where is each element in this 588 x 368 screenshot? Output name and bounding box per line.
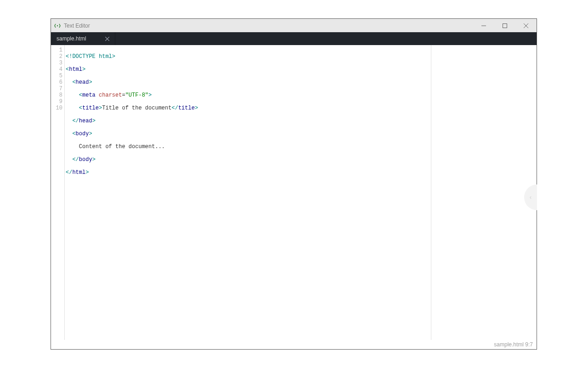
code-token: body [79, 156, 92, 163]
code-token: <!DOCTYPE html> [66, 53, 115, 60]
status-bar: sample.html 9:7 [51, 340, 537, 349]
line-number: 5 [51, 73, 64, 79]
tab-label: sample.html [57, 35, 100, 42]
close-button[interactable] [515, 19, 537, 32]
code-token: </ [72, 118, 79, 124]
code-token [66, 131, 72, 137]
code-token: < [79, 105, 82, 111]
code-token: body [76, 131, 89, 137]
svg-point-0 [57, 25, 58, 26]
code-token: > [92, 118, 96, 124]
tab-sample-html[interactable]: sample.html [51, 32, 115, 45]
code-token: html [69, 66, 82, 73]
code-token: > [92, 156, 96, 163]
code-token [66, 156, 72, 163]
maximize-button[interactable] [494, 19, 515, 32]
code-token: > [148, 92, 152, 98]
line-number: 3 [51, 60, 64, 66]
code-token: title [178, 105, 195, 111]
code-token [66, 79, 72, 86]
line-number: 1 [51, 47, 64, 53]
code-token: > [82, 66, 85, 73]
app-icon [54, 22, 61, 29]
code-token: < [72, 131, 75, 137]
code-token [66, 105, 79, 111]
code-token: > [89, 79, 92, 86]
titlebar[interactable]: Text Editor [51, 19, 537, 32]
minimize-button[interactable] [473, 19, 494, 32]
code-token [96, 92, 99, 98]
editor-area: 1 2 3 4 5 6 7 8 9 10 <!DOCTYPE html> <ht… [51, 45, 537, 340]
status-filename[interactable]: sample.html [494, 341, 524, 348]
code-token: < [72, 79, 75, 86]
code-token: html [72, 169, 85, 176]
chevron-left-icon: ‹ [530, 194, 531, 201]
code-token: </ [72, 156, 79, 163]
code-token: head [76, 79, 89, 86]
code-token: > [85, 169, 89, 176]
code-token [66, 92, 79, 98]
app-title: Text Editor [64, 23, 90, 29]
line-number: 8 [51, 92, 64, 98]
code-token: < [79, 92, 82, 98]
code-token [66, 144, 79, 150]
code-token: "UTF-8" [125, 92, 148, 98]
line-number: 10 [51, 105, 64, 111]
code-token: </ [66, 169, 72, 176]
window-controls [473, 19, 537, 32]
code-token: </ [171, 105, 178, 111]
line-gutter: 1 2 3 4 5 6 7 8 9 10 [51, 45, 65, 340]
status-cursor-position[interactable]: 9:7 [525, 341, 533, 348]
code-token: > [195, 105, 198, 111]
line-number: 6 [51, 79, 64, 86]
code-token: charset [99, 92, 122, 98]
code-editor[interactable]: <!DOCTYPE html> <html> <head> <meta char… [65, 45, 431, 340]
line-number: 4 [51, 66, 64, 73]
code-token: Title of the document [102, 105, 171, 111]
code-token: title [82, 105, 99, 111]
code-token: meta [82, 92, 96, 98]
line-number: 7 [51, 86, 64, 92]
code-token [66, 118, 72, 124]
code-token: = [122, 92, 125, 98]
svg-rect-2 [503, 23, 507, 28]
line-number: 2 [51, 53, 64, 60]
code-token: head [79, 118, 92, 124]
editor-window: Text Editor sample.html 1 2 3 4 5 [51, 18, 537, 350]
code-token: Content of the document... [79, 144, 165, 150]
minimap[interactable] [431, 45, 537, 340]
line-number: 9 [51, 98, 64, 105]
tab-bar: sample.html [51, 32, 537, 45]
code-token: > [89, 131, 92, 137]
close-icon[interactable] [104, 35, 110, 42]
